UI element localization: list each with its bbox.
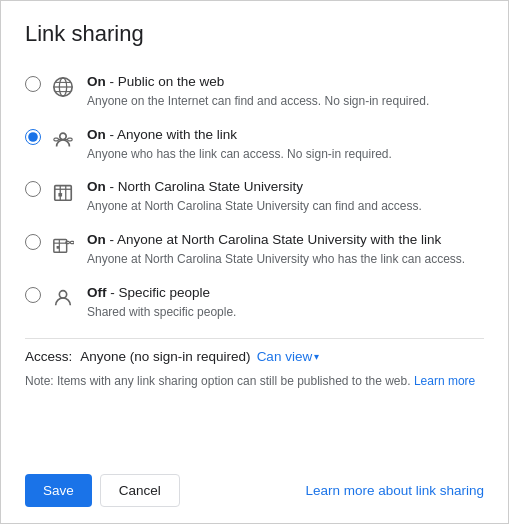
link-person-icon xyxy=(49,126,77,154)
option-text-anyone-link: On - Anyone with the linkAnyone who has … xyxy=(87,126,392,163)
option-desc-public: Anyone on the Internet can find and acce… xyxy=(87,93,429,110)
svg-point-5 xyxy=(60,133,66,139)
option-desc-anyone-link: Anyone who has the link can access. No s… xyxy=(87,146,392,163)
access-row: Access: Anyone (no sign-in required) Can… xyxy=(25,349,484,364)
globe-icon xyxy=(49,73,77,101)
svg-rect-6 xyxy=(54,138,59,141)
can-view-button[interactable]: Can view ▾ xyxy=(257,349,320,364)
learn-more-link[interactable]: Learn more about link sharing xyxy=(305,483,484,498)
divider xyxy=(25,338,484,339)
option-title-off: Off - Specific people xyxy=(87,284,236,303)
learn-more-note-link[interactable]: Learn more xyxy=(414,374,475,388)
radio-wrap-ncsu xyxy=(25,181,41,201)
option-text-ncsu-link: On - Anyone at North Carolina State Univ… xyxy=(87,231,465,268)
option-title-ncsu: On - North Carolina State University xyxy=(87,178,422,197)
building-link-icon xyxy=(49,231,77,259)
option-row-public: On - Public on the webAnyone on the Inte… xyxy=(25,65,484,118)
option-row-anyone-link: On - Anyone with the linkAnyone who has … xyxy=(25,118,484,171)
access-value: Anyone (no sign-in required) xyxy=(80,349,250,364)
can-view-label: Can view xyxy=(257,349,313,364)
chevron-down-icon: ▾ xyxy=(314,351,319,362)
svg-rect-15 xyxy=(54,240,67,253)
svg-rect-10 xyxy=(55,186,72,201)
option-row-ncsu-link: On - Anyone at North Carolina State Univ… xyxy=(25,223,484,276)
svg-point-22 xyxy=(59,290,66,297)
access-label: Access: xyxy=(25,349,72,364)
svg-rect-20 xyxy=(70,241,74,243)
option-title-public: On - Public on the web xyxy=(87,73,429,92)
person-icon xyxy=(49,284,77,312)
radio-wrap-anyone-link xyxy=(25,129,41,149)
cancel-button[interactable]: Cancel xyxy=(100,474,180,507)
option-text-public: On - Public on the webAnyone on the Inte… xyxy=(87,73,429,110)
radio-ncsu-link[interactable] xyxy=(25,234,41,250)
page-title: Link sharing xyxy=(25,21,484,47)
option-row-ncsu: On - North Carolina State UniversityAnyo… xyxy=(25,170,484,223)
radio-wrap-ncsu-link xyxy=(25,234,41,254)
note-text: Note: Items with any link sharing option… xyxy=(25,374,411,388)
svg-rect-18 xyxy=(57,246,60,249)
svg-rect-7 xyxy=(68,138,73,141)
building-icon xyxy=(49,178,77,206)
footer-actions: Save Cancel xyxy=(25,474,180,507)
radio-ncsu[interactable] xyxy=(25,181,41,197)
option-desc-ncsu: Anyone at North Carolina State Universit… xyxy=(87,198,422,215)
option-title-ncsu-link: On - Anyone at North Carolina State Univ… xyxy=(87,231,465,250)
link-sharing-dialog: Link sharing On - Public on the webAnyon… xyxy=(1,1,508,523)
radio-wrap-public xyxy=(25,76,41,96)
radio-wrap-off xyxy=(25,287,41,307)
save-button[interactable]: Save xyxy=(25,474,92,507)
radio-off[interactable] xyxy=(25,287,41,303)
svg-rect-14 xyxy=(58,193,62,197)
option-title-anyone-link: On - Anyone with the link xyxy=(87,126,392,145)
option-text-off: Off - Specific peopleShared with specifi… xyxy=(87,284,236,321)
option-text-ncsu: On - North Carolina State UniversityAnyo… xyxy=(87,178,422,215)
radio-public[interactable] xyxy=(25,76,41,92)
options-list: On - Public on the webAnyone on the Inte… xyxy=(25,65,484,328)
option-desc-ncsu-link: Anyone at North Carolina State Universit… xyxy=(87,251,465,268)
radio-anyone-link[interactable] xyxy=(25,129,41,145)
note-row: Note: Items with any link sharing option… xyxy=(25,372,484,390)
option-desc-off: Shared with specific people. xyxy=(87,304,236,321)
option-row-off: Off - Specific peopleShared with specifi… xyxy=(25,276,484,329)
footer: Save Cancel Learn more about link sharin… xyxy=(25,470,484,507)
